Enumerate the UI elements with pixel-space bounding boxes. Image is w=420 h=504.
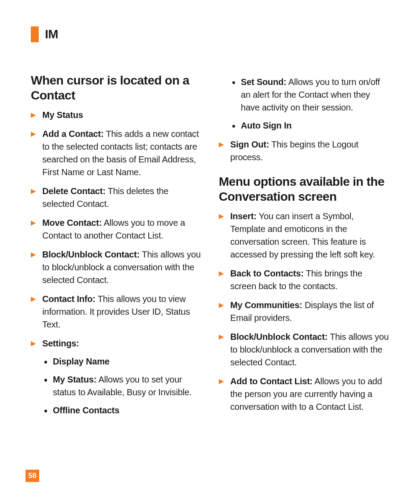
list-item-settings: Settings: Display Name My Status: Allows… xyxy=(31,337,201,417)
list-item: Block/Unblock Contact: This allows you t… xyxy=(219,331,389,369)
item-label: Block/Unblock Contact: xyxy=(230,332,328,342)
sub-item: Auto Sign In xyxy=(232,119,389,132)
list-item: Block/Unblock Contact: This allows you t… xyxy=(31,248,201,287)
item-label: Settings: xyxy=(42,338,79,348)
header-title: IM xyxy=(45,27,58,41)
item-label: Sign Out: xyxy=(230,140,269,149)
list-item: Delete Contact: This deletes the selecte… xyxy=(31,185,201,210)
list-item: Back to Contacts: This brings the screen… xyxy=(219,267,389,293)
item-label: Move Contact: xyxy=(42,218,102,228)
content-columns: When cursor is located on a Contact My S… xyxy=(31,73,389,423)
sub-item: My Status: Allows you to set your status… xyxy=(44,373,201,399)
list-item: Move Contact: Allows you to move a Conta… xyxy=(31,217,201,242)
section2-heading: Menu options available in the Conversati… xyxy=(219,174,389,204)
list-item: My Status xyxy=(31,109,201,121)
list-item: My Communities: Displays the list of Ema… xyxy=(219,299,389,324)
page: IM When cursor is located on a Contact M… xyxy=(0,0,420,504)
item-label: Offline Contacts xyxy=(53,405,119,415)
list-item: Contact Info: This allows you to view in… xyxy=(31,293,201,331)
item-label: Insert: xyxy=(230,211,257,221)
page-header: IM xyxy=(31,26,389,42)
section2-list: Insert: You can insert a Symbol, Templat… xyxy=(219,210,389,413)
item-label: Display Name xyxy=(53,357,110,366)
col2-continuation: Set Sound: Allows you to turn on/off an … xyxy=(219,76,389,132)
item-label: Back to Contacts: xyxy=(230,269,304,278)
col2-signout-list: Sign Out: This begins the Logout process… xyxy=(219,138,389,164)
section1-list: My Status Add a Contact: This adds a new… xyxy=(31,109,201,417)
sub-item: Display Name xyxy=(44,355,201,368)
item-label: Auto Sign In xyxy=(241,121,291,130)
settings-sublist: Display Name My Status: Allows you to se… xyxy=(42,355,201,417)
item-label: My Communities: xyxy=(230,300,302,310)
list-item: Insert: You can insert a Symbol, Templat… xyxy=(219,210,389,261)
item-label: Delete Contact: xyxy=(42,186,106,196)
sub-item: Offline Contacts xyxy=(44,404,201,417)
item-label: My Status: xyxy=(53,375,96,384)
item-label: Block/Unblock Contact: xyxy=(42,250,140,259)
item-label: Add a Contact: xyxy=(42,129,103,139)
page-number: 58 xyxy=(26,470,39,482)
item-label: Set Sound: xyxy=(241,77,287,87)
list-item: Add a Contact: This adds a new contact t… xyxy=(31,128,201,179)
item-label: Contact Info: xyxy=(42,294,96,304)
sub-item: Set Sound: Allows you to turn on/off an … xyxy=(232,76,389,114)
section1-heading: When cursor is located on a Contact xyxy=(31,73,201,103)
item-label: Add to Contact List: xyxy=(230,376,313,386)
column-right: Set Sound: Allows you to turn on/off an … xyxy=(219,73,389,423)
column-left: When cursor is located on a Contact My S… xyxy=(31,73,201,423)
col2-sublist: Set Sound: Allows you to turn on/off an … xyxy=(230,76,389,132)
header-accent-block xyxy=(31,26,39,42)
list-item-continuation: Set Sound: Allows you to turn on/off an … xyxy=(219,76,389,132)
item-label: My Status xyxy=(42,110,83,120)
list-item: Sign Out: This begins the Logout process… xyxy=(219,138,389,164)
list-item: Add to Contact List: Allows you to add t… xyxy=(219,375,389,413)
